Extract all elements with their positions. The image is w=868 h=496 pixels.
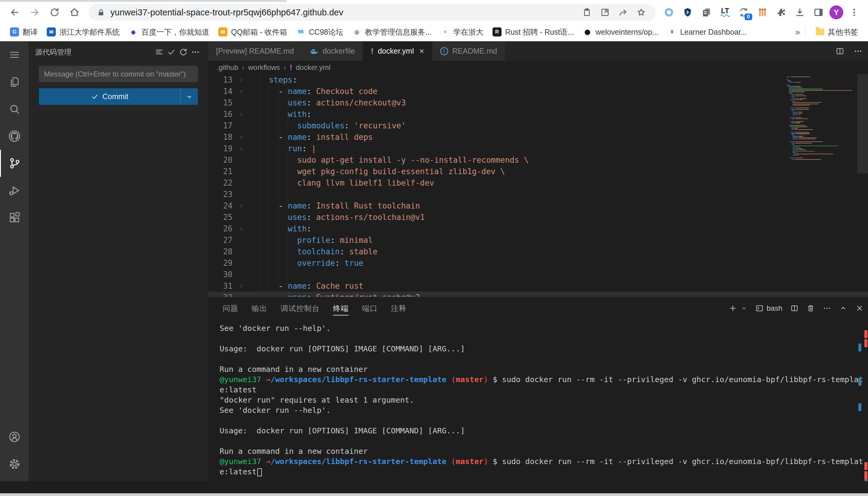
new-terminal-dropdown-icon[interactable]	[741, 305, 747, 312]
commit-dropdown-chevron[interactable]	[180, 88, 198, 105]
sync-extension-icon[interactable]: 0	[736, 4, 752, 20]
code-line[interactable]: 20 sudo apt-get install -y --no-install-…	[208, 154, 868, 166]
minimap[interactable]	[787, 77, 855, 160]
editor-tab[interactable]: dockerfile	[302, 41, 363, 61]
bookmark-label: QQ邮箱 - 收件箱	[231, 27, 287, 37]
code-line[interactable]: 28 toolchain: stable	[208, 246, 868, 257]
panel-more-actions-icon[interactable]	[823, 304, 831, 312]
share-icon[interactable]	[616, 6, 630, 19]
bookmark-item[interactable]: ✉浙江大学邮件系统	[42, 25, 124, 39]
code-line[interactable]: 16∨ with:	[208, 108, 868, 120]
sidebar-toggle-icon[interactable]	[811, 4, 826, 20]
terminal-instance-item[interactable]: bash	[755, 304, 782, 312]
editor-tab[interactable]: !docker.yml×	[363, 41, 432, 61]
editor-scrollbar[interactable]	[857, 74, 868, 174]
maximize-panel-icon[interactable]	[839, 304, 848, 312]
panel-tab[interactable]: 终端	[326, 297, 355, 320]
panel-tab[interactable]: 注释	[384, 297, 413, 320]
breadcrumb[interactable]: .github › workflows › ! docker.yml	[208, 61, 868, 74]
close-icon[interactable]: ×	[419, 46, 424, 56]
highlighter-extension-icon[interactable]	[754, 4, 770, 20]
code-line[interactable]: 26∨ with:	[208, 223, 868, 234]
code-line[interactable]: 27 profile: minimal	[208, 234, 868, 246]
commit-check-icon[interactable]	[165, 46, 177, 58]
split-editor-icon[interactable]	[835, 47, 844, 56]
bookmark-item[interactable]: ⬤weloveinterns/op...	[579, 25, 663, 39]
code-line[interactable]: 29 override: true	[208, 257, 868, 269]
new-terminal-icon[interactable]	[729, 304, 737, 312]
split-terminal-icon[interactable]	[790, 304, 799, 312]
open-in-window-icon[interactable]	[598, 6, 612, 19]
copy-extension-icon[interactable]	[699, 4, 714, 20]
search-icon[interactable]	[0, 95, 29, 123]
panel-tab[interactable]: 问题	[216, 297, 245, 320]
code-line[interactable]: 24∨ - name: Install Rust toolchain	[208, 200, 868, 212]
orb-extension-icon[interactable]	[661, 4, 677, 20]
bookmark-item[interactable]: ✉QQ邮箱 - 收件箱	[214, 25, 291, 39]
breadcrumb-folder[interactable]: workflows	[248, 63, 280, 72]
breadcrumb-file[interactable]: docker.yml	[296, 63, 331, 72]
reload-icon[interactable]	[46, 4, 63, 21]
editor-tab[interactable]: iREADME.md	[433, 41, 506, 61]
commit-message-input[interactable]: Message (Ctrl+Enter to commit on "master…	[39, 66, 198, 82]
bookmarks-overflow-icon[interactable]: »	[795, 27, 800, 37]
code-line[interactable]: 17 submodules: 'recursive'	[208, 120, 868, 131]
back-icon[interactable]	[6, 4, 24, 21]
code-line[interactable]: 18∨ - name: install deps	[208, 131, 868, 143]
editor-more-actions-icon[interactable]	[854, 47, 863, 56]
home-icon[interactable]	[66, 4, 83, 21]
code-line[interactable]: 31∨ - name: Cache rust	[208, 280, 868, 292]
editor-tab[interactable]: [Preview] README.md	[208, 41, 302, 61]
kill-terminal-icon[interactable]	[807, 304, 815, 312]
clipboard-icon[interactable]	[580, 6, 594, 19]
browser-menu-icon[interactable]	[846, 4, 862, 20]
address-bar[interactable]: yunwei37-potential-space-trout-rpr5qwj66…	[89, 4, 656, 21]
url-text[interactable]: yunwei37-potential-space-trout-rpr5qwj66…	[110, 7, 575, 17]
forward-icon[interactable]	[26, 4, 43, 21]
code-line[interactable]: 21 wget pkg-config build-essential zlib1…	[208, 166, 868, 177]
breadcrumb-folder[interactable]: .github	[216, 63, 238, 72]
code-editor[interactable]: 13∨ steps:14∨ - name: Checkout code15 us…	[208, 74, 868, 297]
profile-avatar[interactable]: Y	[829, 5, 843, 19]
bookmark-item[interactable]: ‖Learner Dashboar...	[663, 25, 751, 39]
code-line[interactable]: 32 uses: Swatinem/rust-cache@v2	[208, 292, 868, 297]
other-bookmarks-folder[interactable]: 其他书签	[811, 25, 863, 39]
panel-tab[interactable]: 端口	[355, 297, 384, 320]
bookmark-item[interactable]: ≡学在浙大	[436, 25, 488, 39]
settings-gear-icon[interactable]	[0, 450, 29, 478]
panel-tab[interactable]: 输出	[245, 297, 274, 320]
languagetool-extension-icon[interactable]: LT	[717, 4, 733, 20]
terminal-output[interactable]: See 'docker run --help'.Usage: docker ru…	[220, 323, 863, 479]
code-line[interactable]: 14∨ - name: Checkout code	[208, 86, 868, 97]
panel-tab[interactable]: 调试控制台	[274, 297, 326, 320]
source-control-icon[interactable]	[0, 150, 29, 177]
bookmark-item[interactable]: G翻译	[5, 25, 42, 39]
bookmark-star-icon[interactable]	[634, 6, 648, 19]
bookmark-label: 教学管理信息服务...	[365, 27, 432, 37]
explorer-icon[interactable]	[0, 68, 29, 95]
account-icon[interactable]	[0, 423, 29, 450]
bookmark-item[interactable]: RRust 招聘 - Rust语...	[488, 25, 579, 39]
download-icon[interactable]	[792, 4, 808, 20]
bookmark-item[interactable]: ◎教学管理信息服务...	[348, 25, 436, 39]
extensions-icon[interactable]	[0, 204, 29, 231]
code-line[interactable]: 15 uses: actions/checkout@v3	[208, 97, 868, 108]
code-line[interactable]: 25 uses: actions-rs/toolchain@v1	[208, 212, 868, 223]
shield-extension-icon[interactable]	[680, 4, 695, 20]
refresh-icon[interactable]	[177, 46, 190, 58]
code-line[interactable]: 13∨ steps:	[208, 74, 868, 86]
bookmark-item[interactable]: 98CC98论坛	[291, 25, 348, 39]
more-actions-icon[interactable]	[190, 46, 201, 58]
view-options-icon[interactable]	[153, 46, 165, 58]
github-icon[interactable]	[0, 123, 29, 150]
run-debug-icon[interactable]	[0, 177, 29, 204]
code-line[interactable]: 19∨ run: |	[208, 143, 868, 154]
code-line[interactable]: 23	[208, 189, 868, 200]
code-line[interactable]: 30	[208, 269, 868, 280]
bookmark-item[interactable]: ◉百度一下，你就知道	[124, 25, 214, 39]
menu-icon[interactable]	[0, 41, 29, 68]
code-line[interactable]: 22 clang llvm libelf1 libelf-dev	[208, 177, 868, 189]
close-panel-icon[interactable]	[855, 304, 864, 312]
commit-button[interactable]: Commit	[39, 88, 198, 105]
extensions-puzzle-icon[interactable]	[773, 4, 789, 20]
